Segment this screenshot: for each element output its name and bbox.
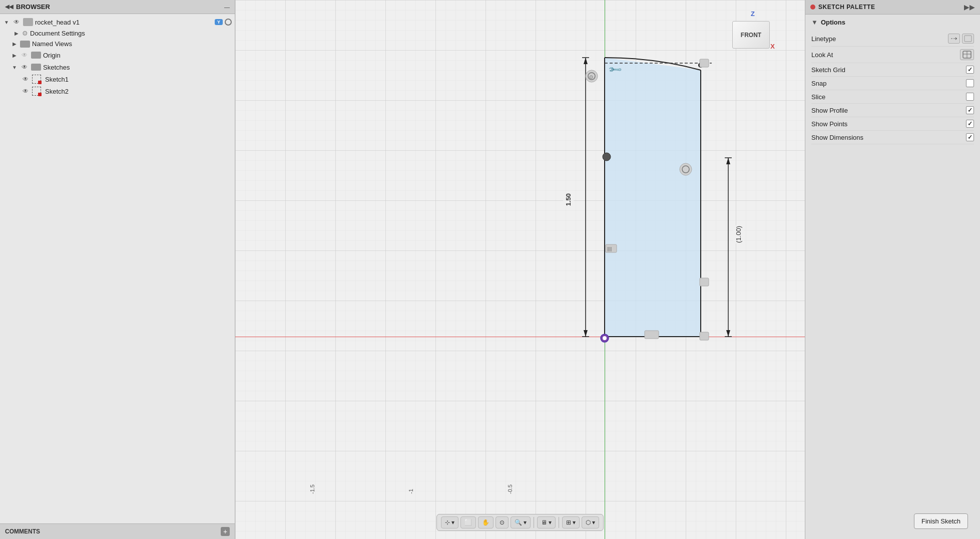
option-row-slice: Slice <box>811 90 974 104</box>
checkbox-slice[interactable] <box>966 93 974 101</box>
minimize-icon[interactable]: — <box>224 4 230 10</box>
chevron-sketches[interactable]: ▼ <box>11 64 18 71</box>
tree-item-named-views[interactable]: ▶ Named Views <box>0 39 235 49</box>
checkbox-show-points[interactable] <box>966 120 974 128</box>
viewcube-button[interactable]: ⬡ ▾ <box>582 516 599 528</box>
option-label-slice: Slice <box>811 93 825 101</box>
panel-body: ▼ Options Linetype <box>805 15 980 503</box>
item-label-root: rocket_head v1 <box>35 19 213 26</box>
option-row-snap: Snap <box>811 77 974 90</box>
display-mode-dropdown-icon[interactable]: ▾ <box>549 519 552 526</box>
svg-marker-33 <box>955 37 957 40</box>
viewcube-icon: ⬡ <box>586 519 591 526</box>
view-cube: Z FRONT X <box>725 10 775 60</box>
axis-z-label: Z <box>751 10 755 18</box>
select-icon: ⊹ <box>445 519 450 526</box>
section-title-options: ▼ Options <box>811 19 974 26</box>
tree-item-sketches[interactable]: ▼ 👁 Sketches <box>0 61 235 73</box>
badge-y: Y <box>215 19 223 25</box>
select-dropdown-icon[interactable]: ▾ <box>451 519 454 526</box>
main-layout: ◀◀ BROWSER — ▼ 👁 rocket_head v1 Y ▶ ⚙ Do… <box>0 0 980 539</box>
folder-icon-root <box>23 18 33 26</box>
select-button[interactable]: ⊹ ▾ <box>441 516 458 528</box>
axis-x-label: X <box>770 43 775 50</box>
look-at-face-button[interactable]: ⬜ <box>460 516 476 528</box>
chevron-root[interactable]: ▼ <box>3 19 10 26</box>
dim-label-150: 1.50 <box>563 193 574 206</box>
tree-item-root[interactable]: ▼ 👁 rocket_head v1 Y <box>0 16 235 28</box>
display-mode-button[interactable]: 🖥 ▾ <box>537 516 556 528</box>
option-row-sketch-grid: Sketch Grid <box>811 63 974 77</box>
panel-title: SKETCH PALETTE <box>818 4 875 11</box>
panel-header: SKETCH PALETTE ▶▶ <box>805 0 980 15</box>
tree-item-document-settings[interactable]: ▶ ⚙ Document Settings <box>0 28 235 39</box>
axis-label-neg1: -1 <box>408 489 414 494</box>
option-row-show-profile: Show Profile <box>811 104 974 117</box>
linetype-icon-2[interactable] <box>962 34 974 44</box>
tree-item-origin[interactable]: ▶ 👁 Origin <box>0 49 235 61</box>
eye-icon-sketch2[interactable]: 👁 <box>21 87 30 96</box>
normal-line-icon <box>964 35 972 42</box>
eye-icon-sketch1[interactable]: 👁 <box>21 75 30 84</box>
eye-icon-origin[interactable]: 👁 <box>20 51 29 60</box>
sidebar-header-left: ◀◀ BROWSER <box>5 3 50 11</box>
grid-dropdown-icon[interactable]: ▾ <box>573 519 576 526</box>
front-face-label[interactable]: FRONT <box>732 21 770 49</box>
zoom-icon: 🔍 <box>515 519 522 526</box>
pan-button[interactable]: ✋ <box>478 516 494 528</box>
chevron-named-views[interactable]: ▶ <box>11 41 18 48</box>
svg-rect-1 <box>235 0 805 539</box>
tree-item-sketch1[interactable]: 👁 Sketch1 <box>0 73 235 85</box>
folder-icon-sketches <box>31 64 41 71</box>
item-label-sketch1: Sketch1 <box>45 76 232 83</box>
section-arrow-icon[interactable]: ▼ <box>811 19 818 26</box>
look-at-icon[interactable] <box>960 49 974 60</box>
zoom-button[interactable]: 🔍 ▾ <box>511 516 531 528</box>
browser-title: BROWSER <box>16 3 50 11</box>
collapse-icon[interactable]: ◀◀ <box>5 4 13 10</box>
checkbox-show-profile[interactable] <box>966 106 974 114</box>
eye-icon-root[interactable]: 👁 <box>12 18 21 27</box>
grid-icon: ⊞ <box>566 519 571 526</box>
orbit-icon: ⊙ <box>500 519 505 526</box>
finish-sketch-area: Finish Sketch <box>805 503 980 539</box>
bottom-toolbar: ⊹ ▾ ⬜ ✋ ⊙ 🔍 ▾ 🖥 ▾ ⊞ <box>436 514 604 531</box>
construction-line-icon <box>950 35 958 42</box>
option-controls-snap <box>966 79 974 87</box>
comments-bar: COMMENTS + <box>0 523 235 539</box>
chevron-doc-settings[interactable]: ▶ <box>13 30 20 37</box>
grid-button[interactable]: ⊞ ▾ <box>562 516 580 528</box>
add-comment-button[interactable]: + <box>221 527 230 536</box>
checkbox-show-dimensions[interactable] <box>966 133 974 141</box>
item-label-document-settings: Document Settings <box>30 30 232 37</box>
checkbox-sketch-grid[interactable] <box>966 66 974 74</box>
panel-header-left: SKETCH PALETTE <box>810 4 875 11</box>
linetype-icon-1[interactable] <box>948 34 960 44</box>
chevron-origin[interactable]: ▶ <box>11 52 18 59</box>
sidebar: ◀◀ BROWSER — ▼ 👁 rocket_head v1 Y ▶ ⚙ Do… <box>0 0 235 539</box>
viewcube-dropdown-icon[interactable]: ▾ <box>592 519 595 526</box>
eye-icon-sketches[interactable]: 👁 <box>20 63 29 72</box>
panel-expand-icon[interactable]: ▶▶ <box>964 3 975 11</box>
viewport[interactable]: ⊙ |||| 🔧 1.50 (1.00) -1.5 <box>235 0 805 539</box>
option-label-sketch-grid: Sketch Grid <box>811 66 845 74</box>
item-label-sketch2: Sketch2 <box>45 88 232 95</box>
view-cube-face[interactable]: FRONT <box>732 21 770 49</box>
toolbar-separator-1 <box>534 517 534 528</box>
sketch-icon-sketch1 <box>32 75 41 84</box>
item-label-sketches: Sketches <box>43 64 232 71</box>
item-label-origin: Origin <box>43 52 232 59</box>
pan-icon: ✋ <box>482 519 489 526</box>
look-at-face-icon <box>962 50 972 59</box>
panel-dot-icon <box>810 5 815 10</box>
horizontal-axis-line <box>235 337 805 337</box>
orbit-button[interactable]: ⊙ <box>496 516 509 528</box>
gear-icon-doc-settings: ⚙ <box>22 30 28 37</box>
checkbox-snap[interactable] <box>966 79 974 87</box>
zoom-dropdown-icon[interactable]: ▾ <box>524 519 527 526</box>
option-controls-show-profile <box>966 106 974 114</box>
grid-background <box>235 0 805 539</box>
finish-sketch-button[interactable]: Finish Sketch <box>914 513 968 529</box>
option-controls-slice <box>966 93 974 101</box>
tree-item-sketch2[interactable]: 👁 Sketch2 <box>0 85 235 97</box>
